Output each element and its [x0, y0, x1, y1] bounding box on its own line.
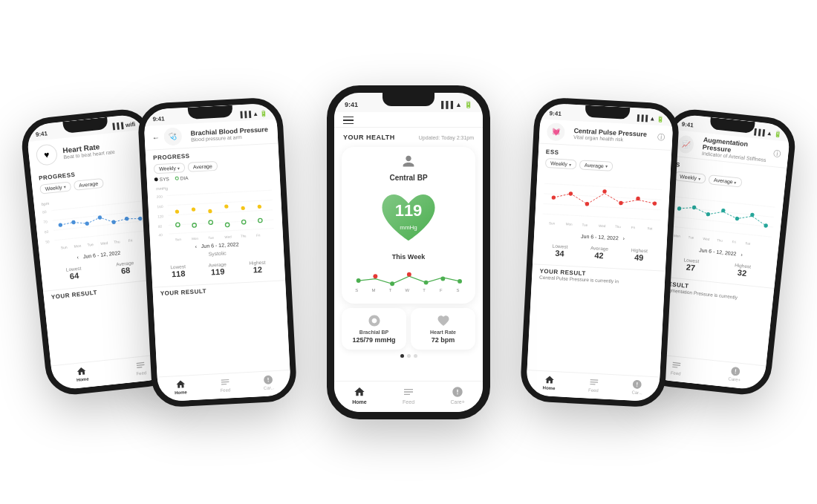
svg-point-10 [71, 220, 76, 225]
pagination-dots [334, 354, 483, 358]
notch-left2 [187, 105, 232, 119]
svg-text:Sun: Sun [549, 221, 556, 225]
svg-point-52 [373, 274, 377, 278]
svg-point-73 [619, 200, 623, 205]
svg-point-57 [458, 279, 462, 284]
bottom-nav-right2: Home Feed Car... [526, 370, 660, 402]
brachial-bp-card[interactable]: Brachial BP 125/79 mmHg [342, 308, 406, 350]
hamburger-icon[interactable] [343, 117, 354, 125]
svg-point-14 [125, 217, 129, 221]
chart-left2: mmHg 200 160 120 80 40 [154, 178, 276, 243]
nav-feed-label: Feed [403, 399, 414, 405]
screen-center: YOUR HEALTH Updated: Today 2:31pm Centra… [334, 112, 483, 412]
svg-point-13 [111, 220, 116, 224]
feed-icon-left2 [219, 376, 230, 387]
nav-care[interactable]: Care+ [451, 386, 465, 405]
svg-text:mmHg: mmHg [156, 186, 168, 191]
svg-text:40: 40 [158, 233, 163, 237]
central-bp-title: Central BP [389, 174, 427, 182]
progress-brachial: PROGRESS Weekly ▾ Average SYS [146, 143, 285, 287]
feed-icon-right1 [671, 359, 682, 370]
filter-weekly-right2[interactable]: Weekly ▾ [545, 158, 576, 169]
filter-weekly-left2[interactable]: Weekly ▾ [154, 163, 185, 174]
time-right1: 9:41 [681, 120, 694, 128]
brachial-card-value: 125/79 mmHg [352, 336, 395, 344]
svg-text:80: 80 [158, 224, 163, 228]
svg-point-93 [764, 223, 768, 228]
svg-line-85 [671, 216, 773, 227]
page-dot-2 [407, 354, 411, 358]
svg-line-67 [543, 203, 661, 209]
svg-text:T: T [389, 288, 392, 292]
svg-line-5 [51, 200, 145, 210]
feed-icon-left1 [134, 359, 146, 370]
svg-text:Fri: Fri [256, 233, 260, 237]
filter-weekly-right1[interactable]: Weekly ▾ [674, 171, 706, 183]
svg-text:Sat: Sat [647, 226, 653, 230]
brachial-card-icon [368, 314, 381, 327]
back-arrow-left2[interactable]: ← [152, 133, 160, 142]
svg-text:F: F [440, 288, 443, 292]
svg-line-29 [168, 200, 273, 205]
your-health-label: YOUR HEALTH [343, 134, 395, 141]
heart-rate-card-icon [437, 314, 450, 327]
filter-avg-left2[interactable]: Average [187, 160, 218, 171]
hr-icon: ♥ [36, 143, 59, 166]
svg-text:Mon: Mon [566, 222, 573, 226]
bottom-nav-left2: Home Feed Car... [157, 370, 292, 402]
svg-text:Wed: Wed [703, 237, 710, 241]
svg-text:bpm: bpm [42, 201, 51, 206]
filter-avg-right1[interactable]: Average ▾ [708, 174, 742, 188]
svg-line-68 [543, 214, 661, 220]
heart-rate-card[interactable]: Heart Rate 72 bpm [411, 308, 475, 350]
feed-nav-icon [403, 386, 414, 398]
filter-avg-left1[interactable]: Average [74, 178, 104, 191]
page-dot-1 [400, 354, 404, 358]
your-health-section: YOUR HEALTH Updated: Today 2:31pm [334, 128, 483, 144]
svg-text:Sun: Sun [61, 246, 68, 250]
heart-rate-card-title: Heart Rate [430, 330, 456, 335]
screen-left2: ← 🩺 Brachial Blood Pressure Blood pressu… [144, 119, 291, 402]
home-icon-left1 [76, 366, 87, 377]
heart-number: 119 [395, 203, 423, 219]
svg-point-70 [569, 192, 573, 196]
svg-text:Tue: Tue [689, 235, 695, 240]
feed-icon-right2 [588, 376, 599, 387]
svg-text:160: 160 [157, 204, 163, 208]
svg-text:M: M [371, 288, 375, 292]
svg-text:S: S [457, 288, 460, 292]
heart-container: 119 mmHg [375, 188, 442, 247]
svg-line-7 [53, 220, 147, 230]
svg-line-8 [55, 231, 149, 240]
bottom-nav-center: Home Feed Care+ [334, 381, 483, 412]
svg-line-32 [169, 228, 274, 233]
svg-text:50: 50 [45, 240, 50, 244]
filter-weekly-left1[interactable]: Weekly ▾ [39, 181, 71, 194]
heart-value: 119 mmHg [395, 203, 423, 232]
nav-feed[interactable]: Feed [403, 386, 414, 405]
svg-text:Mon: Mon [192, 236, 198, 240]
filter-avg-right2[interactable]: Average ▾ [579, 160, 613, 171]
svg-text:120: 120 [157, 215, 164, 218]
week-chart: S M T W T F S [349, 265, 468, 296]
svg-point-40 [192, 223, 197, 227]
svg-point-89 [706, 212, 710, 217]
svg-text:70: 70 [43, 220, 48, 224]
svg-text:Tue: Tue [87, 243, 94, 247]
chart-right1: Mon Tue Wed Thu Fri Sat [668, 183, 777, 253]
svg-line-65 [544, 183, 663, 189]
info-icon-right1[interactable]: ⓘ [773, 148, 781, 160]
svg-text:Fri: Fri [732, 240, 736, 244]
brachial-card-title: Brachial BP [359, 330, 388, 335]
nav-home[interactable]: Home [352, 386, 366, 405]
person-icon [400, 154, 417, 171]
svg-point-11 [85, 221, 89, 226]
svg-text:Wed: Wed [599, 223, 606, 228]
svg-text:S: S [355, 288, 358, 292]
svg-line-83 [672, 197, 775, 208]
aug-icon: 📈 [677, 134, 695, 154]
home-icon-left2 [175, 379, 186, 390]
info-icon-right2[interactable]: ⓘ [657, 131, 665, 143]
svg-line-31 [169, 220, 273, 225]
progress-right2: ESS Weekly ▾ Average ▾ [533, 143, 671, 270]
